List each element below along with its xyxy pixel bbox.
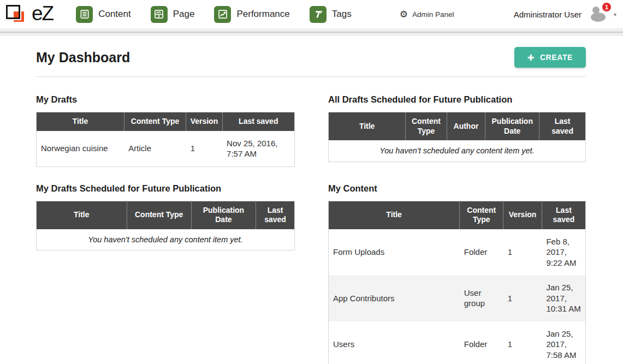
my-content-section: My Content TitleContent TypeVersionLast … (328, 183, 586, 364)
section-title-my-drafts-scheduled: My Drafts Scheduled for Future Publicati… (36, 183, 295, 194)
nav-item-admin-panel[interactable]: ⚙ Admin Panel (400, 10, 454, 19)
column-header: Last saved (539, 112, 586, 141)
table-cell: Nov 25, 2016, 7:57 AM (222, 131, 294, 167)
page-header: My Dashboard ✚ CREATE (36, 47, 586, 77)
my-drafts-table: TitleContent TypeVersionLast savedNorweg… (36, 112, 295, 167)
empty-row: You haven't scheduled any content item y… (37, 229, 295, 250)
avatar-body (591, 13, 606, 22)
table-cell: Jan 25, 2017, 10:31 AM (542, 275, 585, 321)
empty-row: You haven't scheduled any content item y… (329, 140, 586, 162)
column-header: Author (447, 112, 485, 141)
column-header: Content Type (124, 112, 186, 131)
my-drafts-scheduled-section: My Drafts Scheduled for Future Publicati… (36, 183, 295, 251)
column-header: Title (329, 201, 460, 229)
admin-panel-label: Admin Panel (412, 10, 454, 19)
ez-logo-text: eZ (32, 3, 53, 23)
main-menu: Content Page Performance (76, 6, 352, 23)
table-cell: Jan 25, 2017, 7:58 AM (542, 321, 585, 364)
section-title-all-drafts-scheduled: All Drafts Scheduled for Future Publicat… (328, 94, 586, 105)
table-cell: Folder (460, 229, 503, 276)
header-row: TitleContent TypeVersionLast saved (37, 112, 295, 131)
header-row: TitleContent TypePublication DateLast sa… (37, 201, 295, 229)
column-header: Publication Date (191, 201, 256, 229)
page-icon (151, 6, 168, 23)
nav-item-label: Content (98, 9, 131, 20)
column-header: Title (329, 112, 406, 141)
content-icon (76, 6, 93, 23)
column-header: Last saved (222, 112, 294, 131)
table-row[interactable]: UsersFolder1Jan 25, 2017, 7:58 AM (329, 321, 586, 364)
table-cell: 1 (503, 275, 542, 321)
create-button-label: CREATE (540, 53, 573, 62)
nav-item-label: Tags (332, 9, 352, 20)
column-header: Last saved (256, 201, 295, 229)
table-cell: Norwegian cuisine (37, 131, 124, 167)
section-title-my-content: My Content (328, 183, 586, 194)
all-drafts-scheduled-table: TitleContent TypeAuthorPublication DateL… (328, 112, 586, 162)
ez-logo-icon (4, 3, 27, 25)
header-row: TitleContent TypeAuthorPublication DateL… (329, 112, 586, 141)
ez-logo-black-square (6, 5, 20, 19)
column-header: Content Type (460, 201, 503, 229)
top-navigation-bar: eZ Content Pag (0, 0, 623, 28)
table-cell: Article (124, 131, 186, 167)
dashboard-content: My Dashboard ✚ CREATE My Drafts TitleCon… (0, 36, 623, 364)
gear-icon: ⚙ (400, 10, 408, 19)
table-cell: User group (460, 275, 503, 321)
plus-icon: ✚ (527, 53, 535, 62)
user-name[interactable]: Administrator User (514, 10, 582, 19)
column-header: Title (37, 112, 124, 131)
nav-item-performance[interactable]: Performance (214, 6, 289, 23)
nav-item-content[interactable]: Content (76, 6, 131, 23)
empty-message: You haven't scheduled any content item y… (37, 229, 295, 250)
column-header: Content Type (127, 201, 191, 229)
column-header: Content Type (406, 112, 447, 141)
table-row[interactable]: Form UploadsFolder1Feb 8, 2017, 9:22 AM (329, 229, 586, 276)
nav-item-tags[interactable]: Tags (310, 6, 352, 23)
section-title-my-drafts: My Drafts (36, 94, 295, 105)
table-cell: Feb 8, 2017, 9:22 AM (542, 229, 585, 276)
dashboard-grid: My Drafts TitleContent TypeVersionLast s… (36, 94, 586, 364)
table-cell: Form Uploads (329, 229, 460, 276)
column-header: Last saved (542, 201, 585, 229)
create-button[interactable]: ✚ CREATE (514, 47, 586, 68)
nav-item-page[interactable]: Page (151, 6, 195, 23)
user-menu: Administrator User 1 ▾ (514, 6, 616, 22)
table-cell: Users (329, 321, 460, 364)
header-row: TitleContent TypeVersionLast saved (329, 201, 586, 229)
nav-item-label: Performance (236, 9, 289, 20)
my-drafts-section: My Drafts TitleContent TypeVersionLast s… (36, 94, 295, 167)
column-header: Title (37, 201, 127, 229)
column-header: Version (503, 201, 542, 229)
ez-logo[interactable]: eZ (4, 3, 53, 25)
table-cell: 1 (186, 131, 222, 167)
header-divider (0, 28, 623, 36)
empty-message: You haven't scheduled any content item y… (329, 140, 586, 162)
nav-item-label: Page (173, 9, 195, 20)
table-cell: 1 (503, 229, 542, 276)
user-avatar-icon[interactable]: 1 (589, 6, 609, 22)
performance-icon (214, 6, 231, 23)
my-content-table: TitleContent TypeVersionLast savedForm U… (328, 201, 586, 364)
tags-icon (310, 6, 327, 23)
my-drafts-scheduled-table: TitleContent TypePublication DateLast sa… (36, 201, 295, 251)
table-row[interactable]: Norwegian cuisineArticle1Nov 25, 2016, 7… (37, 131, 295, 167)
table-cell: 1 (503, 321, 542, 364)
chevron-down-icon[interactable]: ▾ (614, 11, 616, 17)
all-drafts-scheduled-section: All Drafts Scheduled for Future Publicat… (328, 94, 586, 162)
column-header: Version (186, 112, 222, 131)
column-header: Publication Date (485, 112, 539, 141)
notification-badge[interactable]: 1 (602, 2, 612, 12)
table-cell: Folder (460, 321, 503, 364)
table-row[interactable]: App ContributorsUser group1Jan 25, 2017,… (329, 275, 586, 321)
page-title: My Dashboard (36, 50, 130, 65)
table-cell: App Contributors (329, 275, 460, 321)
